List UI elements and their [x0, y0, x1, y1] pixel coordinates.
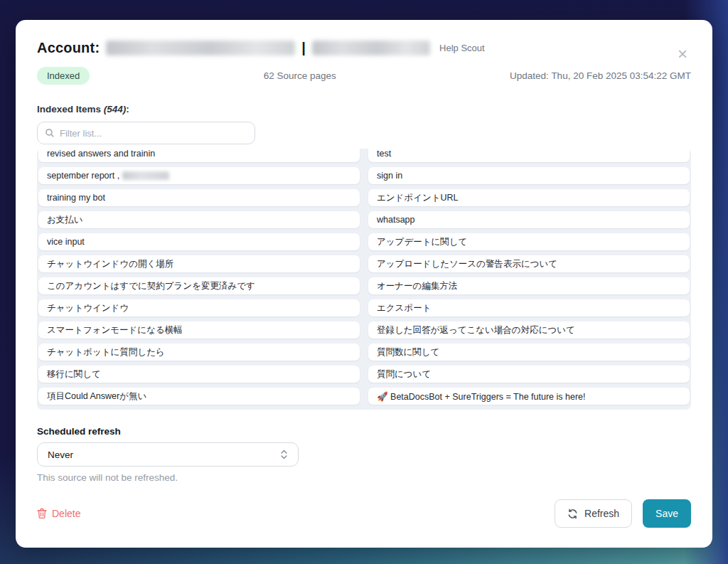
list-item-label: チャットウインドウの開く場所 — [47, 258, 173, 270]
list-item-label: このアカウントはすでに契約プランを変更済みです — [47, 280, 255, 292]
list-item[interactable]: エンドポイントURL — [368, 189, 690, 206]
modal-title: Account: | Help Scout — [37, 40, 691, 56]
list-item-label: スマートフォンモードになる横幅 — [47, 324, 183, 336]
redacted-text — [122, 171, 169, 180]
list-item-label: vice input — [47, 237, 85, 247]
title-separator: | — [301, 40, 306, 56]
scheduled-refresh-value: Never — [48, 449, 73, 460]
list-item-label: 項目Could Answerが無い — [47, 390, 146, 403]
scheduled-refresh-helper: This source will not be refreshed. — [37, 472, 691, 483]
list-item-label: 質問について — [377, 368, 431, 381]
list-item-label: sign in — [377, 171, 402, 181]
list-column-left: revised answers and traininseptember rep… — [38, 149, 360, 405]
list-item[interactable]: オーナーの編集方法 — [368, 277, 690, 294]
list-item[interactable]: アップデートに関して — [368, 233, 690, 250]
status-row: Indexed 62 Source pages Updated: Thu, 20… — [37, 67, 691, 85]
list-item[interactable]: 移行に関して — [38, 366, 360, 383]
scheduled-refresh-label: Scheduled refresh — [37, 426, 691, 437]
refresh-button[interactable]: Refresh — [555, 499, 632, 528]
filter-input[interactable] — [60, 128, 247, 139]
list-item-label: 🚀 BetaDocsBot + SureTriggers = The futur… — [377, 391, 586, 402]
list-item-label: オーナーの編集方法 — [377, 280, 457, 292]
chevron-up-down-icon — [280, 449, 288, 460]
list-item-label: アップデートに関して — [377, 236, 467, 248]
list-item[interactable]: 質問について — [368, 366, 690, 383]
close-icon[interactable]: × — [674, 46, 691, 63]
redacted-source-name — [312, 41, 430, 55]
list-item[interactable]: revised answers and trainin — [38, 149, 360, 162]
list-item[interactable]: 項目Could Answerが無い — [38, 388, 360, 405]
modal-footer: Delete Refresh Save — [37, 499, 691, 528]
list-item-label: revised answers and trainin — [47, 149, 155, 159]
list-item[interactable]: whatsapp — [368, 211, 690, 228]
list-item-label: チャットボットに質問したら — [47, 346, 165, 358]
search-icon — [45, 128, 55, 138]
list-item[interactable]: september report , — [38, 167, 360, 184]
indexed-items-label: Indexed Items (544): — [37, 104, 691, 115]
list-item-label: チャットウインドウ — [47, 302, 129, 314]
list-item[interactable]: 質問数に関して — [368, 344, 690, 361]
delete-button[interactable]: Delete — [37, 508, 80, 519]
source-pages-count: 62 Source pages — [90, 70, 510, 81]
list-item-label: 移行に関して — [47, 368, 101, 381]
filter-input-container — [37, 122, 255, 144]
updated-timestamp: Updated: Thu, 20 Feb 2025 03:54:22 GMT — [510, 70, 691, 81]
list-item[interactable]: 🚀 BetaDocsBot + SureTriggers = The futur… — [368, 388, 690, 405]
save-button[interactable]: Save — [643, 499, 691, 528]
list-item[interactable]: このアカウントはすでに契約プランを変更済みです — [38, 277, 360, 294]
list-item[interactable]: sign in — [368, 167, 690, 184]
refresh-icon — [567, 509, 578, 519]
list-item[interactable]: エクスポート — [368, 299, 690, 316]
list-item-label: 登録した回答が返ってこない場合の対応について — [377, 324, 575, 336]
source-detail-modal: × Account: | Help Scout Indexed 62 Sourc… — [16, 20, 712, 548]
provider-label: Help Scout — [439, 43, 485, 53]
scheduled-refresh-select[interactable]: Never — [37, 442, 299, 467]
list-item-label: エクスポート — [377, 302, 431, 314]
list-item-label: whatsapp — [377, 215, 415, 225]
indexed-items-list: revised answers and traininseptember rep… — [37, 149, 691, 410]
list-item-label: september report , — [47, 171, 119, 181]
refresh-label: Refresh — [584, 508, 619, 519]
status-badge: Indexed — [37, 67, 90, 85]
list-item-label: 質問数に関して — [377, 346, 439, 358]
list-item[interactable]: スマートフォンモードになる横幅 — [38, 321, 360, 339]
list-item[interactable]: test — [368, 149, 690, 162]
list-item-label: エンドポイントURL — [377, 192, 459, 204]
list-item[interactable]: training my bot — [38, 189, 360, 206]
redacted-account-name — [106, 41, 295, 55]
list-column-right: testsign inエンドポイントURLwhatsappアップデートに関してア… — [368, 149, 690, 405]
list-item[interactable]: お支払い — [38, 211, 360, 228]
list-item[interactable]: チャットウインドウの開く場所 — [38, 255, 360, 272]
account-label: Account: — [37, 40, 100, 56]
list-item-label: お支払い — [47, 214, 83, 226]
list-item-label: training my bot — [47, 193, 105, 203]
list-item[interactable]: vice input — [38, 233, 360, 250]
delete-label: Delete — [52, 508, 80, 519]
list-item[interactable]: チャットボットに質問したら — [38, 344, 360, 361]
list-item[interactable]: チャットウインドウ — [38, 299, 360, 316]
list-item-label: アップロードしたソースの警告表示について — [377, 258, 557, 270]
list-item[interactable]: 登録した回答が返ってこない場合の対応について — [368, 321, 690, 339]
list-item[interactable]: アップロードしたソースの警告表示について — [368, 255, 690, 272]
trash-icon — [37, 508, 47, 519]
list-item-label: test — [377, 149, 391, 159]
